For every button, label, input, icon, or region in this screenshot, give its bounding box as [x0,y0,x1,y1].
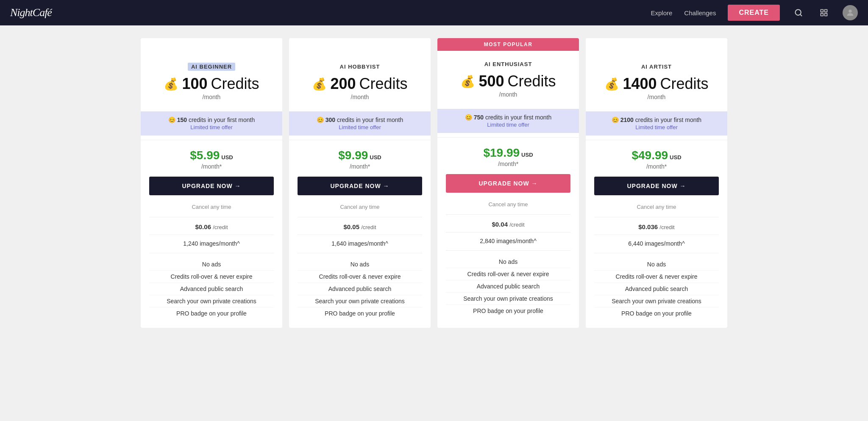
price-amount: $49.99 [632,149,668,162]
svg-rect-3 [825,10,827,12]
credit-rate-unit: /credit [659,224,674,230]
site-logo[interactable]: NightCafé [10,6,651,19]
plan-card-beginner: AI BEGINNER 💰 100 Credits /month 😊 150 c… [141,38,282,328]
offer-subtext: Limited time offer [444,122,572,128]
plan-name-wrapper: AI HOBBYIST [298,64,422,70]
cancel-text: Cancel any time [446,201,570,208]
price-currency: USD [670,154,681,161]
pricing-section: $5.99 USD /month* UPGRADE NOW → [141,140,282,204]
credit-rate-unit: /credit [509,222,524,228]
offer-text-label: credits in your first month [189,116,255,123]
feature-list: No adsCredits roll-over & never expireAd… [298,253,422,319]
plan-name-wrapper: AI ENTHUSIAST [446,61,570,67]
upgrade-button[interactable]: UPGRADE NOW → [594,177,719,195]
price-amount: $9.99 [338,149,368,162]
feature-list: No adsCredits roll-over & never expireAd… [594,253,719,319]
credit-rate-amount: $0.05 [343,223,359,230]
pricing-section: $49.99 USD /month* UPGRADE NOW → [586,140,727,204]
price-period: /month* [298,163,422,170]
create-button[interactable]: CREATE [728,5,780,21]
plan-card-artist: AI ARTIST 💰 1400 Credits /month 😊 2100 c… [586,38,727,328]
svg-point-6 [849,10,851,13]
feature-item: Credits roll-over & never expire [446,268,570,280]
credit-rate-amount: $0.04 [492,221,508,228]
price-period: /month* [149,163,274,170]
nav-explore[interactable]: Explore [651,9,672,17]
feature-item: Search your own private creations [298,295,422,307]
offer-banner: 😊 300 credits in your first month Limite… [289,111,431,136]
pricing-section: $9.99 USD /month* UPGRADE NOW → [289,140,431,204]
features-section: Cancel any time $0.04 /credit 2,840 imag… [437,201,579,325]
credits-label: Credits [359,75,408,93]
money-bag-icon: 💰 [460,75,475,89]
credits-label: Credits [211,75,259,93]
feature-item: PRO badge on your profile [298,307,422,319]
feature-item: Credits roll-over & never expire [298,271,422,283]
svg-rect-4 [821,14,823,16]
upgrade-button[interactable]: UPGRADE NOW → [149,177,274,195]
user-avatar[interactable] [843,5,858,20]
images-month: 1,640 images/month^ [298,235,422,247]
plan-name: AI ARTIST [641,64,672,70]
money-bag-icon: 💰 [164,77,178,91]
pricing-grid: AI BEGINNER 💰 100 Credits /month 😊 150 c… [137,38,731,328]
feature-item: No ads [298,258,422,271]
navbar-right: Explore Challenges CREATE [651,5,858,21]
search-icon[interactable] [792,6,805,19]
upgrade-button[interactable]: UPGRADE NOW → [298,177,422,195]
price-period: /month* [594,163,719,170]
feature-item: No ads [149,258,274,271]
credit-rate-amount: $0.06 [195,223,211,230]
features-section: Cancel any time $0.06 /credit 1,240 imag… [141,204,282,328]
feature-item: Search your own private creations [446,293,570,305]
credits-period: /month [446,91,570,98]
features-section: Cancel any time $0.05 /credit 1,640 imag… [289,204,431,328]
offer-text-label: credits in your first month [635,116,701,123]
credits-number: 1400 [623,75,657,93]
plan-header: AI BEGINNER 💰 100 Credits /month [141,53,282,107]
offer-subtext: Limited time offer [593,124,721,130]
offer-text-label: credits in your first month [485,114,551,121]
feature-item: No ads [594,258,719,271]
main-content: AI BEGINNER 💰 100 Credits /month 😊 150 c… [0,25,868,421]
badge-placeholder [289,38,431,53]
nav-challenges[interactable]: Challenges [684,9,716,17]
credit-rate: $0.036 /credit [594,217,719,230]
plan-credits: 💰 500 Credits [446,72,570,90]
badge-placeholder [586,38,727,53]
grid-icon[interactable] [817,6,831,19]
navbar: NightCafé Explore Challenges CREATE [0,0,868,25]
plan-card-enthusiast: MOST POPULAR AI ENTHUSIAST 💰 500 Credits… [437,38,579,328]
feature-item: Credits roll-over & never expire [149,271,274,283]
price-amount: $19.99 [483,146,520,160]
feature-item: No ads [446,256,570,268]
plan-credits: 💰 100 Credits [149,75,274,93]
credit-rate: $0.04 /credit [446,214,570,228]
pricing-section: $19.99 USD /month* UPGRADE NOW → [437,137,579,201]
feature-item: Search your own private creations [594,295,719,307]
credit-rate-unit: /credit [213,224,228,230]
plan-header: AI ARTIST 💰 1400 Credits /month [586,53,727,107]
feature-item: Advanced public search [446,280,570,293]
svg-line-1 [800,14,802,16]
upgrade-button[interactable]: UPGRADE NOW → [446,174,570,193]
cancel-text: Cancel any time [298,204,422,210]
offer-subtext: Limited time offer [147,124,275,130]
offer-credits: 2100 [620,116,634,123]
offer-banner: 😊 2100 credits in your first month Limit… [586,111,727,136]
feature-list: No adsCredits roll-over & never expireAd… [446,250,570,317]
offer-emoji: 😊 [168,116,175,123]
price-row: $5.99 USD [149,149,274,162]
svg-rect-5 [825,14,827,16]
cancel-text: Cancel any time [594,204,719,210]
price-currency: USD [221,154,233,161]
price-currency: USD [370,154,381,161]
price-period: /month* [446,161,570,167]
credits-number: 500 [479,72,504,90]
plan-name: AI BEGINNER [188,63,235,71]
features-section: Cancel any time $0.036 /credit 6,440 ima… [586,204,727,328]
feature-item: PRO badge on your profile [446,305,570,317]
offer-text: 😊 2100 credits in your first month [593,116,721,123]
offer-banner: 😊 150 credits in your first month Limite… [141,111,282,136]
offer-text: 😊 150 credits in your first month [147,116,275,123]
